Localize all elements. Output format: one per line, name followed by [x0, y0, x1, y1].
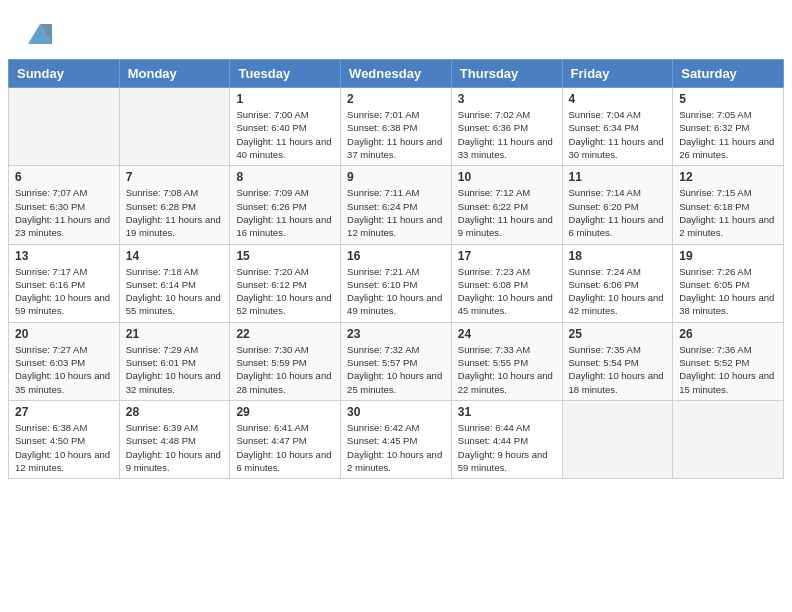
day-number: 20 [15, 327, 113, 341]
calendar-cell: 12Sunrise: 7:15 AMSunset: 6:18 PMDayligh… [673, 166, 784, 244]
day-number: 27 [15, 405, 113, 419]
calendar-cell: 31Sunrise: 6:44 AMSunset: 4:44 PMDayligh… [451, 400, 562, 478]
day-info: Sunrise: 7:36 AMSunset: 5:52 PMDaylight:… [679, 343, 777, 396]
day-number: 4 [569, 92, 667, 106]
day-number: 5 [679, 92, 777, 106]
day-info: Sunrise: 7:05 AMSunset: 6:32 PMDaylight:… [679, 108, 777, 161]
day-number: 24 [458, 327, 556, 341]
calendar-cell: 11Sunrise: 7:14 AMSunset: 6:20 PMDayligh… [562, 166, 673, 244]
calendar-week-row: 27Sunrise: 6:38 AMSunset: 4:50 PMDayligh… [9, 400, 784, 478]
day-number: 21 [126, 327, 224, 341]
weekday-header-cell: Thursday [451, 60, 562, 88]
day-info: Sunrise: 7:00 AMSunset: 6:40 PMDaylight:… [236, 108, 334, 161]
calendar-cell: 24Sunrise: 7:33 AMSunset: 5:55 PMDayligh… [451, 322, 562, 400]
calendar-cell: 23Sunrise: 7:32 AMSunset: 5:57 PMDayligh… [341, 322, 452, 400]
calendar-week-row: 1Sunrise: 7:00 AMSunset: 6:40 PMDaylight… [9, 88, 784, 166]
logo-icon [26, 18, 54, 46]
weekday-header-cell: Monday [119, 60, 230, 88]
calendar-cell: 21Sunrise: 7:29 AMSunset: 6:01 PMDayligh… [119, 322, 230, 400]
day-number: 15 [236, 249, 334, 263]
day-info: Sunrise: 7:20 AMSunset: 6:12 PMDaylight:… [236, 265, 334, 318]
calendar-cell: 18Sunrise: 7:24 AMSunset: 6:06 PMDayligh… [562, 244, 673, 322]
day-info: Sunrise: 7:32 AMSunset: 5:57 PMDaylight:… [347, 343, 445, 396]
day-info: Sunrise: 7:11 AMSunset: 6:24 PMDaylight:… [347, 186, 445, 239]
calendar-week-row: 20Sunrise: 7:27 AMSunset: 6:03 PMDayligh… [9, 322, 784, 400]
day-number: 29 [236, 405, 334, 419]
weekday-header-cell: Sunday [9, 60, 120, 88]
calendar-cell: 29Sunrise: 6:41 AMSunset: 4:47 PMDayligh… [230, 400, 341, 478]
calendar-cell [673, 400, 784, 478]
day-info: Sunrise: 7:01 AMSunset: 6:38 PMDaylight:… [347, 108, 445, 161]
day-number: 2 [347, 92, 445, 106]
day-info: Sunrise: 6:42 AMSunset: 4:45 PMDaylight:… [347, 421, 445, 474]
calendar-cell: 19Sunrise: 7:26 AMSunset: 6:05 PMDayligh… [673, 244, 784, 322]
day-number: 9 [347, 170, 445, 184]
calendar-cell: 7Sunrise: 7:08 AMSunset: 6:28 PMDaylight… [119, 166, 230, 244]
day-info: Sunrise: 7:14 AMSunset: 6:20 PMDaylight:… [569, 186, 667, 239]
day-number: 17 [458, 249, 556, 263]
day-number: 31 [458, 405, 556, 419]
day-number: 26 [679, 327, 777, 341]
day-info: Sunrise: 7:04 AMSunset: 6:34 PMDaylight:… [569, 108, 667, 161]
weekday-header-cell: Saturday [673, 60, 784, 88]
day-number: 23 [347, 327, 445, 341]
day-number: 7 [126, 170, 224, 184]
calendar-cell: 14Sunrise: 7:18 AMSunset: 6:14 PMDayligh… [119, 244, 230, 322]
day-info: Sunrise: 7:21 AMSunset: 6:10 PMDaylight:… [347, 265, 445, 318]
day-info: Sunrise: 7:33 AMSunset: 5:55 PMDaylight:… [458, 343, 556, 396]
calendar-week-row: 13Sunrise: 7:17 AMSunset: 6:16 PMDayligh… [9, 244, 784, 322]
day-number: 14 [126, 249, 224, 263]
calendar-cell [119, 88, 230, 166]
day-info: Sunrise: 7:24 AMSunset: 6:06 PMDaylight:… [569, 265, 667, 318]
calendar-cell: 6Sunrise: 7:07 AMSunset: 6:30 PMDaylight… [9, 166, 120, 244]
day-info: Sunrise: 7:29 AMSunset: 6:01 PMDaylight:… [126, 343, 224, 396]
day-info: Sunrise: 6:44 AMSunset: 4:44 PMDaylight:… [458, 421, 556, 474]
day-number: 8 [236, 170, 334, 184]
day-info: Sunrise: 7:12 AMSunset: 6:22 PMDaylight:… [458, 186, 556, 239]
calendar-cell [9, 88, 120, 166]
calendar-cell: 26Sunrise: 7:36 AMSunset: 5:52 PMDayligh… [673, 322, 784, 400]
day-info: Sunrise: 7:09 AMSunset: 6:26 PMDaylight:… [236, 186, 334, 239]
calendar-week-row: 6Sunrise: 7:07 AMSunset: 6:30 PMDaylight… [9, 166, 784, 244]
calendar-cell: 10Sunrise: 7:12 AMSunset: 6:22 PMDayligh… [451, 166, 562, 244]
day-info: Sunrise: 7:17 AMSunset: 6:16 PMDaylight:… [15, 265, 113, 318]
day-number: 3 [458, 92, 556, 106]
day-number: 19 [679, 249, 777, 263]
weekday-header-cell: Friday [562, 60, 673, 88]
day-info: Sunrise: 7:18 AMSunset: 6:14 PMDaylight:… [126, 265, 224, 318]
day-info: Sunrise: 6:39 AMSunset: 4:48 PMDaylight:… [126, 421, 224, 474]
calendar-cell: 17Sunrise: 7:23 AMSunset: 6:08 PMDayligh… [451, 244, 562, 322]
calendar-cell: 27Sunrise: 6:38 AMSunset: 4:50 PMDayligh… [9, 400, 120, 478]
calendar-cell: 1Sunrise: 7:00 AMSunset: 6:40 PMDaylight… [230, 88, 341, 166]
calendar-cell: 30Sunrise: 6:42 AMSunset: 4:45 PMDayligh… [341, 400, 452, 478]
day-info: Sunrise: 7:23 AMSunset: 6:08 PMDaylight:… [458, 265, 556, 318]
day-info: Sunrise: 6:41 AMSunset: 4:47 PMDaylight:… [236, 421, 334, 474]
day-info: Sunrise: 7:35 AMSunset: 5:54 PMDaylight:… [569, 343, 667, 396]
day-number: 25 [569, 327, 667, 341]
day-info: Sunrise: 7:15 AMSunset: 6:18 PMDaylight:… [679, 186, 777, 239]
day-number: 11 [569, 170, 667, 184]
calendar-cell: 3Sunrise: 7:02 AMSunset: 6:36 PMDaylight… [451, 88, 562, 166]
calendar-body: 1Sunrise: 7:00 AMSunset: 6:40 PMDaylight… [9, 88, 784, 479]
day-number: 22 [236, 327, 334, 341]
logo [24, 18, 54, 51]
calendar-cell: 9Sunrise: 7:11 AMSunset: 6:24 PMDaylight… [341, 166, 452, 244]
calendar-cell: 2Sunrise: 7:01 AMSunset: 6:38 PMDaylight… [341, 88, 452, 166]
weekday-header-cell: Tuesday [230, 60, 341, 88]
day-number: 10 [458, 170, 556, 184]
calendar-cell: 28Sunrise: 6:39 AMSunset: 4:48 PMDayligh… [119, 400, 230, 478]
calendar-cell: 8Sunrise: 7:09 AMSunset: 6:26 PMDaylight… [230, 166, 341, 244]
day-info: Sunrise: 7:07 AMSunset: 6:30 PMDaylight:… [15, 186, 113, 239]
page-header [0, 0, 792, 59]
day-number: 16 [347, 249, 445, 263]
calendar-table: SundayMondayTuesdayWednesdayThursdayFrid… [8, 59, 784, 479]
day-number: 12 [679, 170, 777, 184]
day-number: 18 [569, 249, 667, 263]
calendar-cell: 15Sunrise: 7:20 AMSunset: 6:12 PMDayligh… [230, 244, 341, 322]
day-number: 13 [15, 249, 113, 263]
calendar-cell [562, 400, 673, 478]
calendar-cell: 4Sunrise: 7:04 AMSunset: 6:34 PMDaylight… [562, 88, 673, 166]
calendar-cell: 5Sunrise: 7:05 AMSunset: 6:32 PMDaylight… [673, 88, 784, 166]
calendar-cell: 16Sunrise: 7:21 AMSunset: 6:10 PMDayligh… [341, 244, 452, 322]
day-info: Sunrise: 7:26 AMSunset: 6:05 PMDaylight:… [679, 265, 777, 318]
